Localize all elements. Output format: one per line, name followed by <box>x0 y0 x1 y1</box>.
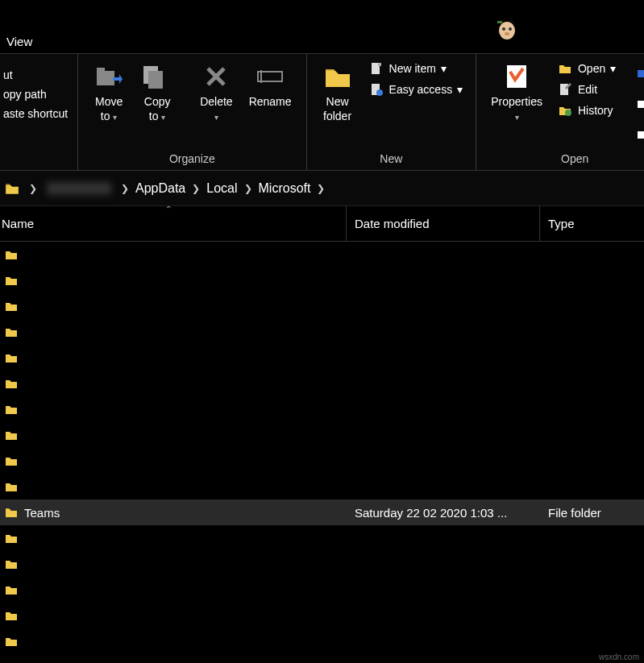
list-item[interactable] <box>0 577 644 603</box>
copy-to-icon <box>143 62 171 91</box>
svg-rect-6 <box>97 68 105 73</box>
list-item[interactable] <box>0 242 644 267</box>
chevron-right-icon[interactable]: ❯ <box>317 183 325 194</box>
folder-icon <box>5 454 18 467</box>
list-item[interactable] <box>0 319 644 345</box>
svg-point-4 <box>505 32 509 35</box>
history-button[interactable]: History <box>554 102 619 118</box>
move-to-icon <box>95 62 123 91</box>
folder-icon <box>5 351 18 364</box>
ribbon-group-organize: Moveto ▾ Copyto ▾ Delete▾ Rename <box>78 54 306 170</box>
open-icon <box>557 63 573 74</box>
folder-icon <box>5 506 18 519</box>
folder-icon <box>5 248 18 261</box>
new-folder-label: New <box>326 95 349 108</box>
svg-rect-16 <box>560 84 568 95</box>
folder-icon <box>5 403 18 416</box>
move-to-label: Move <box>95 95 123 108</box>
folder-icon <box>5 609 18 622</box>
svg-point-3 <box>509 27 512 31</box>
ribbon-group-clipboard: ut opy path aste shortcut <box>0 54 78 170</box>
new-folder-button[interactable]: Newfolder <box>315 59 360 126</box>
easy-access-label: Easy access <box>389 83 453 96</box>
chevron-right-icon[interactable]: ❯ <box>192 183 200 194</box>
svg-point-17 <box>565 110 571 116</box>
sort-indicator-icon: ⌃ <box>165 205 172 213</box>
new-item-button[interactable]: New item ▾ <box>365 60 467 77</box>
breadcrumb-local[interactable]: Local <box>206 181 237 196</box>
list-item[interactable] <box>0 371 644 396</box>
layout-tiles[interactable] <box>629 59 644 149</box>
chevron-down-icon: ▾ <box>610 62 616 75</box>
file-date: Saturday 22 02 2020 1:03 ... <box>347 506 540 520</box>
chevron-down-icon: ▾ <box>161 113 165 122</box>
folder-icon <box>5 325 18 338</box>
breadcrumb-appdata[interactable]: AppData <box>135 181 185 196</box>
folder-icon <box>5 583 18 596</box>
properties-button[interactable]: Properties▾ <box>484 59 549 126</box>
ribbon-group-new: Newfolder New item ▾ Easy access ▾ New <box>307 54 477 170</box>
address-bar[interactable]: ❯ ❯ AppData ❯ Local ❯ Microsoft ❯ <box>0 171 644 206</box>
chevron-down-icon: ▾ <box>457 83 463 96</box>
column-headers: ⌃ Name Date modified Type <box>0 206 644 242</box>
organize-group-label: Organize <box>85 149 299 168</box>
list-item[interactable] <box>0 293 644 319</box>
edit-button[interactable]: Edit <box>554 81 619 97</box>
column-type[interactable]: Type <box>540 206 644 241</box>
mascot-icon <box>491 10 523 42</box>
svg-rect-5 <box>97 71 114 85</box>
list-item[interactable] <box>0 422 644 448</box>
copy-path-button[interactable]: opy path <box>3 88 68 101</box>
list-item[interactable] <box>0 448 644 474</box>
chevron-down-icon: ▾ <box>515 113 519 122</box>
list-item[interactable] <box>0 603 644 628</box>
chevron-right-icon[interactable]: ❯ <box>121 183 129 194</box>
copy-to-button[interactable]: Copyto ▾ <box>135 59 180 126</box>
list-item[interactable] <box>0 628 644 654</box>
folder-icon <box>5 300 18 313</box>
file-list: Teams Saturday 22 02 2020 1:03 ... File … <box>0 242 644 654</box>
rename-button[interactable]: Rename <box>243 59 298 112</box>
column-date-modified[interactable]: Date modified <box>347 206 540 241</box>
delete-icon <box>205 62 227 91</box>
svg-point-0 <box>499 22 515 39</box>
folder-icon <box>5 377 18 390</box>
open-group-label: Open <box>483 149 644 168</box>
properties-label: Properties <box>491 95 542 108</box>
list-item-teams[interactable]: Teams Saturday 22 02 2020 1:03 ... File … <box>0 499 644 525</box>
list-item[interactable] <box>0 551 644 577</box>
folder-icon <box>5 429 18 441</box>
easy-access-icon <box>368 83 384 96</box>
watermark: wsxdn.com <box>599 653 639 661</box>
folder-icon <box>5 635 18 648</box>
move-to-button[interactable]: Moveto ▾ <box>86 59 131 126</box>
list-item[interactable] <box>0 474 644 499</box>
open-button[interactable]: Open ▾ <box>554 60 619 77</box>
easy-access-button[interactable]: Easy access ▾ <box>365 81 467 97</box>
column-name[interactable]: Name <box>0 206 347 241</box>
svg-rect-8 <box>148 71 163 89</box>
rename-icon <box>257 62 283 91</box>
list-item[interactable] <box>0 525 644 551</box>
list-item[interactable] <box>0 345 644 371</box>
paste-shortcut-button[interactable]: aste shortcut <box>3 107 68 120</box>
titlebar <box>0 0 644 29</box>
list-item[interactable] <box>0 267 644 293</box>
tab-view[interactable]: View <box>0 31 39 52</box>
cut-button[interactable]: ut <box>3 68 68 81</box>
new-item-icon <box>368 62 384 75</box>
folder-icon <box>5 557 18 570</box>
history-icon <box>557 105 573 116</box>
breadcrumb-user[interactable] <box>47 182 111 195</box>
chevron-right-icon[interactable]: ❯ <box>244 183 252 194</box>
chevron-right-icon[interactable]: ❯ <box>29 183 37 194</box>
list-item[interactable] <box>0 396 644 422</box>
folder-icon <box>324 62 351 91</box>
chevron-down-icon: ▾ <box>214 113 218 122</box>
breadcrumb-microsoft[interactable]: Microsoft <box>259 181 311 196</box>
ribbon-group-open: Properties▾ Open ▾ Edit History <box>476 54 644 170</box>
new-item-label: New item <box>389 62 436 75</box>
delete-button[interactable]: Delete▾ <box>193 59 239 126</box>
folder-icon <box>5 181 19 196</box>
folder-icon <box>5 480 18 493</box>
